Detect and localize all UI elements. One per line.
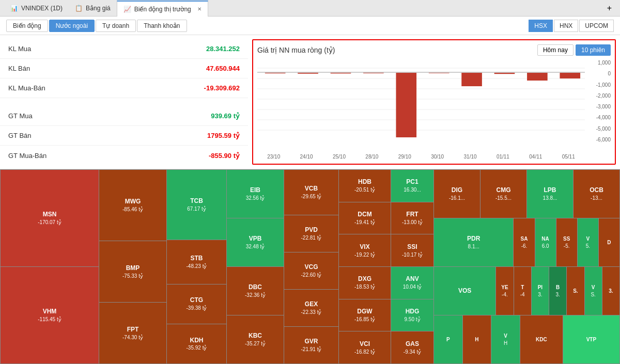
add-tab-button[interactable]: + <box>603 4 616 13</box>
kl-ban-label: KL Bán <box>8 65 206 72</box>
y-label--6000: -6,000 <box>585 137 611 143</box>
chart-icon: 📊 <box>10 5 18 12</box>
cell-dcm[interactable]: DCM -19.41 tỷ <box>339 202 391 234</box>
cell-tcb[interactable]: TCB 67.17 tỷ <box>167 170 226 240</box>
stat-gt-ban: GT Bán 1795.59 tỷ <box>0 126 248 146</box>
x-label-2910: 29/10 <box>398 154 411 160</box>
btn-tudoanh[interactable]: Tự doanh <box>96 20 136 32</box>
cell-vos[interactable]: VOS <box>434 267 495 315</box>
btn-biendong[interactable]: Biến động <box>6 20 48 32</box>
tab-biendong[interactable]: 📈 Biến động thị trường ✕ <box>117 1 208 17</box>
tab-vnindex[interactable]: 📊 VNINDEX (1D) <box>4 0 69 16</box>
btn-hnx[interactable]: HNX <box>554 20 578 32</box>
btn-thanhkhoan[interactable]: Thanh khoản <box>137 20 187 32</box>
cell-ssi[interactable]: SSI -10.17 tỷ <box>391 234 433 266</box>
cell-na[interactable]: NA6.0 <box>535 218 556 266</box>
col-2: MWG -85.46 tỷ BMP -75.33 tỷ FPT -74.30 t… <box>99 170 166 363</box>
cell-kdh[interactable]: KDH -35.92 tỷ <box>167 324 226 363</box>
btn-homnay[interactable]: Hôm nay <box>537 44 574 56</box>
svg-rect-10 <box>331 73 351 73</box>
row-4: P H VH KDC VTP <box>434 315 619 363</box>
cell-vpb[interactable]: VPB 32.48 tỷ <box>227 218 284 266</box>
col-4: EIB 32.56 tỷ VPB 32.48 tỷ DBC -32.36 tỷ … <box>227 170 284 363</box>
cell-dgw[interactable]: DGW -16.85 tỷ <box>339 299 391 331</box>
cell-mwg[interactable]: MWG -85.46 tỷ <box>99 170 166 241</box>
btn-hsx[interactable]: HSX <box>529 20 553 32</box>
cell-cmg[interactable]: CMG -15.5... <box>481 170 526 218</box>
cell-h[interactable]: H <box>463 315 491 363</box>
cell-vh[interactable]: VH <box>491 315 520 363</box>
cell-dig[interactable]: DIG -16.1... <box>434 170 480 218</box>
cell-kbc[interactable]: KBC -35.27 tỷ <box>227 315 284 363</box>
y-label--2000: -2,000 <box>585 93 611 99</box>
cell-b[interactable]: B3. <box>549 267 566 315</box>
cell-vtp[interactable]: VTP <box>563 315 619 363</box>
col-8: DIG -16.1... CMG -15.5... LPB 13.8... OC… <box>434 170 619 363</box>
btn-nuocngoai[interactable]: Nước ngoài <box>49 20 95 32</box>
chart-inner: 1,000 0 -1,000 -2,000 -3,000 -4,000 -5,0… <box>257 58 611 153</box>
svg-rect-8 <box>265 73 286 73</box>
cell-vcb[interactable]: VCB -29.65 tỷ <box>284 170 338 215</box>
cell-stb[interactable]: STB -48.23 tỷ <box>167 240 226 284</box>
cell-ocb[interactable]: OCB -13... <box>574 170 619 218</box>
y-label--3000: -3,000 <box>585 104 611 109</box>
main-content: KL Mua 28.341.252 KL Bán 47.650.944 KL M… <box>0 35 620 364</box>
stat-kl-mua: KL Mua 28.341.252 <box>0 39 248 59</box>
cell-pvd[interactable]: PVD -22.81 tỷ <box>284 215 338 252</box>
stat-gt-mua-ban: GT Mua-Bán -855.90 tỷ <box>0 146 248 165</box>
table-icon: 📋 <box>75 5 83 12</box>
cell-fpt[interactable]: FPT -74.30 tỷ <box>99 303 166 363</box>
cell-hdg[interactable]: HDG 9.50 tỷ <box>391 299 433 331</box>
cell-vhm[interactable]: VHM -115.45 tỷ <box>1 267 99 363</box>
cell-anv[interactable]: ANV 10.04 tỷ <box>391 267 433 299</box>
cell-vci[interactable]: VCI -16.82 tỷ <box>339 331 391 363</box>
tab-vnindex-label: VNINDEX (1D) <box>21 5 63 12</box>
sub-nav-left: Biến động Nước ngoài Tự doanh Thanh khoả… <box>6 20 187 32</box>
cell-v1[interactable]: V5. <box>578 218 598 266</box>
y-axis: 1,000 0 -1,000 -2,000 -3,000 -4,000 -5,0… <box>585 58 611 153</box>
cell-frt[interactable]: FRT -13.00 tỷ <box>391 202 433 234</box>
cell-dbc[interactable]: DBC -32.36 tỷ <box>227 267 284 315</box>
cell-dxg[interactable]: DXG -18.53 tỷ <box>339 267 391 299</box>
cell-gex[interactable]: GEX -22.33 tỷ <box>284 290 338 326</box>
cell-t[interactable]: T-4 <box>514 267 531 315</box>
cell-eib[interactable]: EIB 32.56 tỷ <box>227 170 284 218</box>
chart-title: Giá trị NN mua ròng (tỷ) <box>257 46 335 54</box>
btn-10phien[interactable]: 10 phiên <box>576 44 611 56</box>
cell-bmp[interactable]: BMP -75.33 tỷ <box>99 241 166 302</box>
svg-rect-11 <box>363 73 384 73</box>
cell-msn[interactable]: MSN -170.07 tỷ <box>1 170 99 266</box>
col-6: HDB -20.51 tỷ DCM -19.41 tỷ VIX -19.22 t… <box>339 170 391 363</box>
cell-3[interactable]: 3. <box>602 267 619 315</box>
cell-ss[interactable]: SS-5. <box>556 218 577 266</box>
cell-hdb[interactable]: HDB -20.51 tỷ <box>339 170 391 202</box>
treemap-section: MSN -170.07 tỷ VHM -115.45 tỷ MWG -85.46… <box>0 169 620 364</box>
tab-banggia[interactable]: 📋 Bảng giá <box>69 0 117 16</box>
cell-v2[interactable]: VS. <box>585 267 602 315</box>
cell-vcg[interactable]: VCG -22.60 tỷ <box>284 252 338 289</box>
gt-mua-value: 939.69 tỷ <box>211 112 240 120</box>
cell-gas[interactable]: GAS -9.34 tỷ <box>391 331 433 363</box>
cell-sa[interactable]: SA-6. <box>514 218 534 266</box>
cell-p[interactable]: P <box>434 315 462 363</box>
stat-gt-mua: GT Mua 939.69 tỷ <box>0 106 248 126</box>
svg-rect-14 <box>461 73 482 86</box>
btn-upcom[interactable]: UPCOM <box>579 20 614 32</box>
close-icon[interactable]: ✕ <box>197 6 202 12</box>
cell-pc1[interactable]: PC1 16.30... <box>391 170 433 202</box>
row-top: DIG -16.1... CMG -15.5... LPB 13.8... OC… <box>434 170 619 218</box>
cell-kdc[interactable]: KDC <box>520 315 563 363</box>
treemap: MSN -170.07 tỷ VHM -115.45 tỷ MWG -85.46… <box>0 169 620 364</box>
cell-ye[interactable]: YE-4. <box>496 267 513 315</box>
cell-d[interactable]: D <box>599 218 619 266</box>
cell-ctg[interactable]: CTG -39.38 tỷ <box>167 284 226 324</box>
cell-s[interactable]: S. <box>567 267 584 315</box>
cell-lpb[interactable]: LPB 13.8... <box>527 170 573 218</box>
cell-pl[interactable]: Pl3. <box>532 267 549 315</box>
mini-row: SA-6. NA6.0 SS-5. V5. D <box>514 218 619 266</box>
cell-vix[interactable]: VIX -19.22 tỷ <box>339 234 391 266</box>
cell-pdr[interactable]: PDR 8.1... <box>434 218 513 266</box>
cell-gvr[interactable]: GVR -21.91 tỷ <box>284 327 338 363</box>
y-label--4000: -4,000 <box>585 115 611 120</box>
svg-rect-9 <box>298 73 318 74</box>
